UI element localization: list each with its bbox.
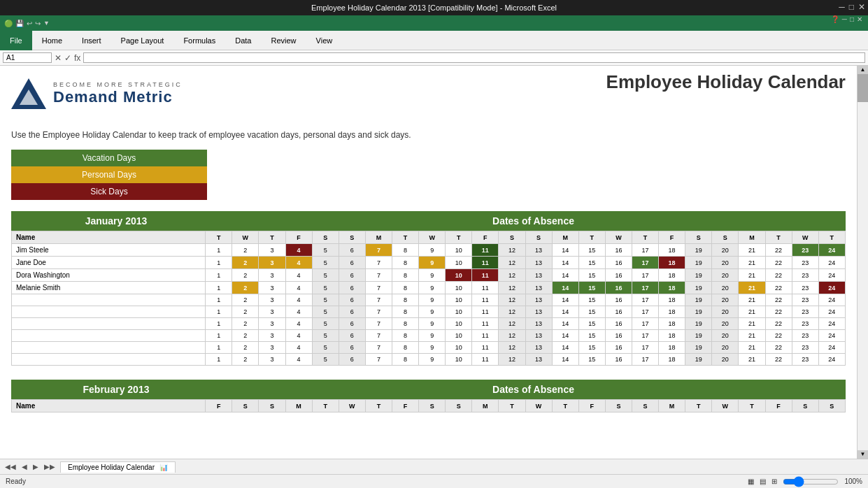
feb-col-s6: S xyxy=(632,400,658,412)
close-ribbon-btn[interactable]: ✕ xyxy=(857,15,862,23)
cell-name-empty xyxy=(12,330,206,342)
view-normal-btn[interactable]: ▦ xyxy=(748,478,754,485)
tab-view[interactable]: View xyxy=(306,31,343,50)
cell-vacation: 18 xyxy=(659,282,685,294)
cell: 19 xyxy=(685,330,712,342)
cancel-formula-icon[interactable]: ✕ xyxy=(55,53,62,63)
cell: 11 xyxy=(472,306,499,318)
help-icon[interactable]: ❓ xyxy=(831,15,839,23)
row-empty-1: 1234 56 7891011 1213 1415161718 1920 212… xyxy=(12,294,846,306)
scroll-up-btn[interactable]: ▲ xyxy=(858,66,868,74)
cell: 19 xyxy=(685,318,712,330)
tab-file[interactable]: File xyxy=(0,31,32,50)
last-sheet-btn[interactable]: ▶▶ xyxy=(42,463,57,471)
minimize-btn[interactable]: ─ xyxy=(839,1,845,13)
col-s3: S xyxy=(499,231,525,244)
cell: 1 xyxy=(206,354,232,366)
formula-input[interactable] xyxy=(83,52,865,63)
feb-col-headers: Name F S S M T W T F S S M T W T xyxy=(12,400,846,412)
view-layout-btn[interactable]: ▤ xyxy=(760,478,766,485)
cell: 10 xyxy=(446,330,472,342)
cell: 18 xyxy=(659,330,685,342)
cell: 12 xyxy=(499,269,525,282)
cell: 4 xyxy=(285,318,312,330)
cell: 6 xyxy=(339,257,365,269)
cell: 7 xyxy=(365,257,392,269)
logo-tagline: Become More Strategic xyxy=(53,81,183,88)
cell: 2 xyxy=(232,330,259,342)
cell: 17 xyxy=(632,244,658,257)
save-icon[interactable]: 💾 xyxy=(15,20,24,27)
cell: 9 xyxy=(419,306,446,318)
name-box[interactable] xyxy=(3,52,52,63)
col-f2: F xyxy=(472,231,499,244)
cell: 13 xyxy=(525,354,552,366)
prev-sheet-btn[interactable]: ◀ xyxy=(20,463,29,471)
restore-ribbon-btn[interactable]: □ xyxy=(850,15,854,23)
cell: 7 xyxy=(365,269,392,282)
col-w4: W xyxy=(792,231,818,244)
first-sheet-btn[interactable]: ◀◀ xyxy=(3,463,18,471)
restore-btn[interactable]: □ xyxy=(849,1,854,13)
feb-col-f4: F xyxy=(765,400,792,412)
cell: 6 xyxy=(339,244,365,257)
feb-col-s7: S xyxy=(792,400,818,412)
cell: 3 xyxy=(259,330,285,342)
cell: 23 xyxy=(792,257,818,269)
scroll-down-btn[interactable]: ▼ xyxy=(858,450,868,459)
minimize-ribbon-btn[interactable]: ─ xyxy=(842,15,847,23)
scroll-thumb[interactable] xyxy=(858,74,868,102)
sheet-tab-icon: 📊 xyxy=(159,464,168,471)
feb-col-m2: M xyxy=(472,400,499,412)
col-t6: T xyxy=(632,231,658,244)
cell: 7 xyxy=(365,330,392,342)
cell: 13 xyxy=(525,244,552,257)
row-dora-washington: Dora Washington 1 2 3 4 5 6 7 8 9 10 11 xyxy=(12,269,846,282)
cell: 12 xyxy=(499,306,525,318)
cell: 14 xyxy=(552,269,578,282)
cell: 16 xyxy=(605,318,632,330)
tab-formulas[interactable]: Formulas xyxy=(173,31,225,50)
cell: 14 xyxy=(552,306,578,318)
cell: 10 xyxy=(446,306,472,318)
cell: 1 xyxy=(206,257,232,269)
cell: 20 xyxy=(712,294,739,306)
tab-data[interactable]: Data xyxy=(225,31,261,50)
formula-bar: ✕ ✓ fx xyxy=(0,50,868,66)
tab-review[interactable]: Review xyxy=(261,31,306,50)
feb-col-s8: S xyxy=(818,400,845,412)
zoom-level: 100% xyxy=(844,478,862,485)
feb-col-t5: T xyxy=(685,400,712,412)
redo-icon[interactable]: ↪ xyxy=(35,20,41,27)
zoom-slider[interactable] xyxy=(783,476,839,487)
cell-sick: 11 xyxy=(472,257,499,269)
scrollbar-right[interactable]: ▲ ▼ xyxy=(857,66,868,459)
close-btn[interactable]: ✕ xyxy=(858,1,865,13)
next-sheet-btn[interactable]: ▶ xyxy=(31,463,41,471)
view-page-break-btn[interactable]: ⊞ xyxy=(771,478,777,485)
cell: 20 xyxy=(712,244,739,257)
cell: 20 xyxy=(712,318,739,330)
cell: 12 xyxy=(499,342,525,354)
tab-page-layout[interactable]: Page Layout xyxy=(111,31,174,50)
tab-home[interactable]: Home xyxy=(32,31,72,50)
qat-dropdown[interactable]: ▼ xyxy=(43,20,50,27)
insert-function-icon[interactable]: fx xyxy=(74,53,80,63)
cell: 13 xyxy=(525,294,552,306)
undo-icon[interactable]: ↩ xyxy=(27,20,32,27)
cell: 23 xyxy=(792,269,818,282)
cell: 20 xyxy=(712,306,739,318)
title-bar: Employee Holiday Calendar 2013 [Compatib… xyxy=(0,0,868,15)
logo-area: Become More Strategic Demand Metric xyxy=(11,71,183,116)
cell-personal: 2 xyxy=(232,257,259,269)
cell-personal: 4 xyxy=(285,257,312,269)
cell: 21 xyxy=(739,330,765,342)
tab-insert[interactable]: Insert xyxy=(72,31,111,50)
legend-personal: Personal Days xyxy=(11,166,207,183)
cell: 9 xyxy=(419,318,446,330)
confirm-formula-icon[interactable]: ✓ xyxy=(64,53,71,63)
sheet-tab-holiday-calendar[interactable]: Employee Holiday Calendar 📊 xyxy=(60,461,176,473)
cell: 7 xyxy=(365,282,392,294)
row-empty-6: 1234 56 7891011 1213 1415161718 1920 212… xyxy=(12,354,846,366)
spreadsheet: Become More Strategic Demand Metric Empl… xyxy=(0,66,857,459)
